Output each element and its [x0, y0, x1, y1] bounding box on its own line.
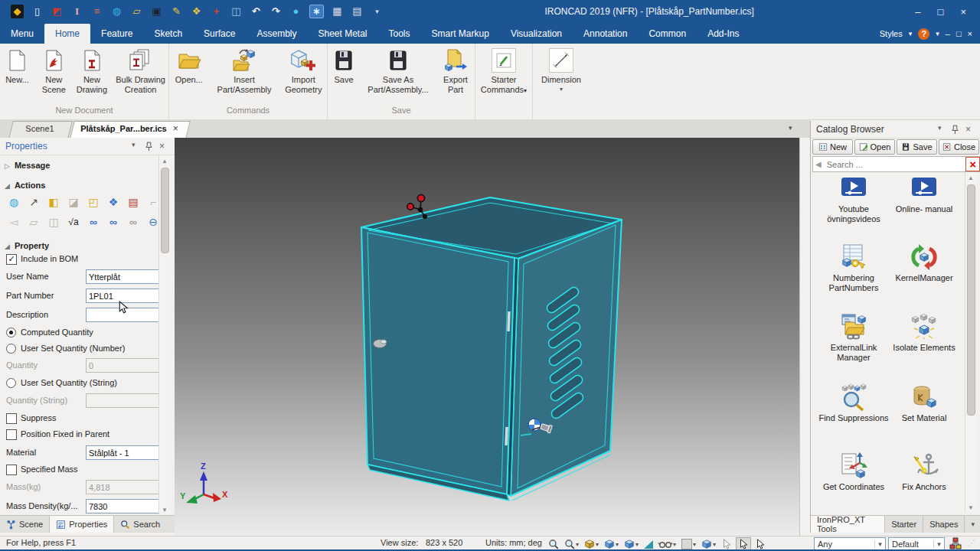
scroll-down-icon[interactable]: ▾ [159, 506, 170, 514]
tab-search[interactable]: Search [114, 516, 166, 533]
list-options-icon[interactable]: ▤ [351, 5, 364, 18]
export-doc-icon[interactable]: ▤ [126, 194, 141, 210]
catalog-item-numbering[interactable]: Numbering PartNumbers [818, 243, 889, 293]
help-icon[interactable]: ? [918, 28, 929, 40]
save-button[interactable]: Save [328, 47, 360, 86]
extrude-box-icon[interactable]: ◧ [46, 194, 61, 210]
pick-tool-icon[interactable]: ↗ [26, 194, 41, 210]
save-icon[interactable]: ▣ [150, 5, 163, 18]
pin-icon[interactable] [952, 125, 959, 135]
panel-close-icon[interactable]: × [159, 141, 165, 152]
user-name-field[interactable] [86, 269, 161, 284]
new-drawing-icon[interactable]: I [70, 5, 83, 18]
doc-tab-platskap[interactable]: Plåtskåp_Par...ber.ics× [72, 121, 187, 138]
catalog-close-button[interactable]: Close [939, 139, 979, 155]
zoom-in-icon[interactable] [547, 538, 560, 550]
section-actions[interactable]: ◢Actions [5, 181, 45, 190]
scrollbar-thumb[interactable] [161, 168, 169, 253]
section-property[interactable]: ◢Property [5, 241, 49, 250]
glasses-icon[interactable]: ▾ [657, 538, 678, 550]
redo-icon[interactable]: ↷ [270, 5, 283, 18]
wing-icon[interactable]: ◅ [6, 214, 21, 230]
catalog-item-get-coordinates[interactable]: Get Coordinates [818, 452, 889, 492]
catalog-item-set-material[interactable]: Set Material [889, 383, 959, 423]
cabinet-model[interactable] [361, 197, 622, 500]
scroll-up-icon[interactable]: ▴ [965, 174, 976, 181]
panel-icon[interactable]: ◪ [66, 194, 81, 210]
dimension-button[interactable]: Dimension▾ [535, 47, 587, 95]
user-set-quantity-number-radio[interactable] [6, 344, 16, 354]
tab-tools[interactable]: Tools [378, 24, 421, 44]
doc-tab-scene1[interactable]: Scene1 [11, 121, 69, 138]
unlink-icon[interactable]: ∞ [126, 214, 141, 230]
catalog-open-button[interactable]: Open [854, 139, 895, 155]
new-drawing-button[interactable]: New Drawing [74, 47, 111, 95]
styles-button[interactable]: Styles [880, 24, 903, 44]
tab-surface[interactable]: Surface [193, 24, 246, 44]
starter-commands-button[interactable]: Starter Commands▾ [476, 47, 531, 96]
open-icon[interactable]: ▱ [130, 5, 143, 18]
bulk-drawing-icon[interactable]: ≡ [90, 5, 103, 18]
catalog-item-kernelmanager[interactable]: KernelManager [889, 243, 959, 283]
tab-home[interactable]: Home [44, 24, 90, 44]
edit-sketch-icon[interactable]: ✎ [170, 5, 183, 18]
bulk-drawing-creation-button[interactable]: Bulk Drawing Creation [113, 47, 168, 95]
catalog-item-fix-anchors[interactable]: Fix Anchors [889, 452, 959, 492]
corner-bracket-icon[interactable]: ◰ [86, 194, 101, 210]
link-red-icon[interactable]: ∞ [86, 214, 101, 230]
scroll-down-icon[interactable]: ▾ [965, 504, 976, 511]
catalog-item-online-manual[interactable]: Online- manual [889, 174, 959, 214]
web-link-icon[interactable]: ◍ [6, 194, 21, 210]
save-as-part-assembly-button[interactable]: Save As Part/Assembly... [362, 47, 434, 95]
sparkle-icon[interactable]: ∗ [309, 5, 324, 18]
zoom-window-icon[interactable]: ▾ [563, 538, 580, 550]
doc-tab-close-icon[interactable]: × [173, 123, 178, 134]
door-handle[interactable] [374, 340, 387, 348]
ribbon-options-icon[interactable]: ▾ [936, 24, 939, 44]
export-part-button[interactable]: Export Part [436, 47, 475, 95]
tab-sketch[interactable]: Sketch [143, 24, 193, 44]
catalog-item-externallink[interactable]: ExternalLink Manager [818, 313, 889, 363]
tab-add-ins[interactable]: Add-Ins [697, 24, 750, 44]
tab-smart-markup[interactable]: Smart Markup [421, 24, 500, 44]
close-button[interactable]: × [960, 6, 966, 18]
add-part-icon[interactable]: ▾ [583, 538, 600, 550]
mass-density-field[interactable] [86, 499, 161, 514]
search-back-icon[interactable]: ◀ [813, 160, 824, 168]
catalog-new-button[interactable]: New [812, 139, 853, 155]
catalog-save-button[interactable]: Save [897, 139, 937, 155]
tab-shapes[interactable]: Shapes [923, 516, 965, 533]
open-catalog-icon[interactable]: ❖ [190, 5, 203, 18]
new-scene-button[interactable]: New Scene [37, 47, 71, 95]
mdi-minimize-icon[interactable]: – [946, 24, 950, 44]
import-geometry-button[interactable]: Import Geometry [280, 47, 327, 95]
sketch-wedge-icon[interactable] [642, 538, 655, 550]
tab-properties[interactable]: Properties [50, 516, 114, 533]
minimize-button[interactable]: – [915, 6, 920, 18]
move-view-icon[interactable]: ▾ [622, 538, 640, 550]
doc-tabs-overflow-icon[interactable]: ▾ [789, 124, 792, 132]
paste-icon[interactable]: ◫ [230, 5, 243, 18]
tab-scene[interactable]: Scene [0, 516, 50, 533]
folder-icon[interactable]: ▱ [26, 214, 41, 230]
new-document-icon[interactable]: ▯ [31, 5, 44, 18]
sphere-icon[interactable]: ● [289, 5, 302, 18]
structure-tree-icon[interactable] [949, 537, 962, 549]
shell-icon[interactable]: ▾ [680, 538, 697, 550]
3d-viewport[interactable]: Z Y X [175, 138, 799, 536]
pin-icon[interactable] [145, 142, 152, 152]
scene-browser-icon[interactable]: ◍ [110, 5, 123, 18]
phone-save-icon[interactable]: ◫ [46, 214, 61, 230]
viewport-scrollbar[interactable] [799, 138, 811, 536]
open-book-icon[interactable]: ❖ [106, 194, 121, 210]
formula-icon[interactable]: √a [66, 214, 81, 230]
import-icon[interactable]: + [210, 5, 223, 18]
maximize-button[interactable]: □ [938, 6, 944, 18]
tab-menu[interactable]: Menu [0, 24, 44, 44]
selection-filter-dropdown[interactable]: Any▾ [814, 537, 886, 550]
tab-starter[interactable]: Starter [885, 516, 923, 533]
new-scene-icon[interactable]: ◩ [51, 5, 64, 18]
mdi-restore-icon[interactable]: □ [956, 24, 962, 44]
catalog-search-input[interactable] [824, 160, 966, 169]
suppress-checkbox[interactable] [6, 413, 17, 424]
